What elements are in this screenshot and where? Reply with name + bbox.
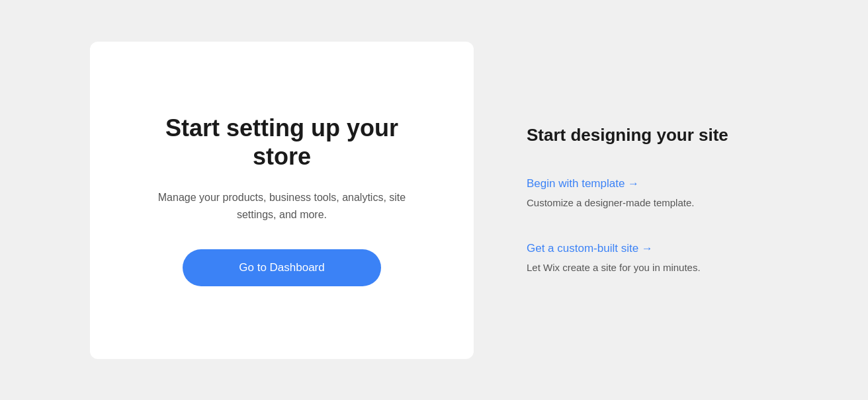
design-section-title: Start designing your site (527, 125, 778, 145)
left-card: Start setting up your store Manage your … (90, 42, 474, 359)
custom-site-option-group: Get a custom-built site → Let Wix create… (527, 242, 778, 276)
store-heading: Start setting up your store (143, 114, 421, 171)
right-section: Start designing your site Begin with tem… (527, 125, 778, 276)
template-option-group: Begin with template → Customize a design… (527, 177, 778, 211)
custom-built-site-link[interactable]: Get a custom-built site → (527, 242, 778, 255)
template-description: Customize a designer-made template. (527, 196, 778, 211)
begin-with-template-link[interactable]: Begin with template → (527, 177, 778, 190)
main-container: Start setting up your store Manage your … (0, 0, 868, 400)
custom-site-description: Let Wix create a site for you in minutes… (527, 260, 778, 276)
go-to-dashboard-button[interactable]: Go to Dashboard (183, 249, 381, 286)
store-description: Manage your products, business tools, an… (143, 189, 421, 223)
